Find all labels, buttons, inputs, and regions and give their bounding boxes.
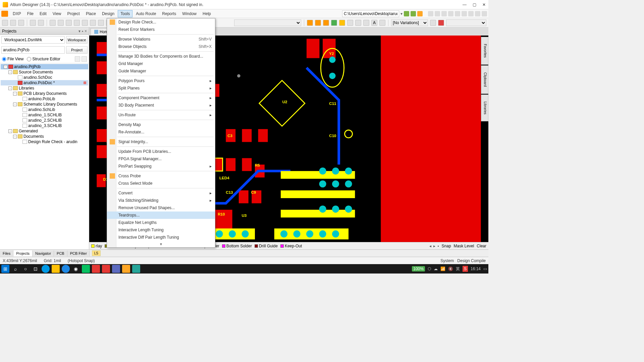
tree-node[interactable]: arudino_1.SCHLIB	[1, 112, 88, 118]
tree-node[interactable]: arudino_3.SCHLIB	[1, 123, 88, 128]
menu-item-signal-integrity[interactable]: Signal Integrity...	[107, 138, 215, 145]
menu-item-grid-manager[interactable]: Grid Manager	[107, 60, 215, 67]
app-blue-icon[interactable]	[112, 265, 120, 273]
menu-item-guide-manager[interactable]: Guide Manager	[107, 67, 215, 75]
extra-combo[interactable]	[446, 19, 486, 26]
view-icon-b[interactable]	[82, 56, 87, 62]
menu-item-browse-violations[interactable]: Browse ViolationsShift+V	[107, 36, 215, 43]
tb-d-icon[interactable]	[98, 20, 104, 26]
tree-node[interactable]: -PCB Library Documents	[1, 91, 88, 96]
taskview-icon[interactable]: ⊡	[32, 265, 40, 273]
tree-node[interactable]: -Generated	[1, 128, 88, 134]
tool-e-icon[interactable]	[455, 11, 460, 16]
workspace-button[interactable]: Workspace	[66, 36, 88, 44]
tb-dim-icon[interactable]	[379, 20, 385, 26]
menu-item-density-map[interactable]: Density Map	[107, 121, 215, 128]
menu-item-remove-unused-pad-shapes[interactable]: Remove Unused Pad Shapes...	[107, 204, 215, 212]
sogou-icon[interactable]: S	[463, 266, 468, 272]
tb-print-icon[interactable]	[30, 20, 36, 26]
layer-tab[interactable]: rlay	[91, 244, 102, 248]
maximize-button[interactable]: ▢	[473, 2, 476, 7]
menu-item-teardrops[interactable]: Teardrops...	[107, 212, 215, 219]
altium-task-icon[interactable]	[132, 265, 140, 273]
menu-item-manage-3d-bodies-for-components-on-board[interactable]: Manage 3D Bodies for Components on Board…	[107, 53, 215, 60]
menu-item-cross-probe[interactable]: Cross Probe	[107, 172, 215, 180]
layer-tab[interactable]: Bottom Solder	[222, 244, 252, 248]
folder-icon[interactable]	[122, 265, 130, 273]
panel-opt-icon[interactable]: ▪	[82, 29, 83, 34]
menu-item-component-placement[interactable]: Component Placement▸	[107, 94, 215, 102]
libraries-tab[interactable]: Libraries	[481, 95, 488, 121]
layer-tab[interactable]: Drill Guide	[255, 244, 278, 248]
tree-node[interactable]: -Schematic Library Documents	[1, 102, 88, 107]
tray-b-icon[interactable]: ☁	[434, 266, 438, 271]
layer-tab[interactable]: Mask Level	[454, 244, 474, 248]
tb-b-icon[interactable]	[82, 20, 88, 26]
menu-item-convert[interactable]: Convert▸	[107, 189, 215, 197]
menu-item-reset-error-markers[interactable]: Reset Error Markers	[107, 26, 215, 33]
project-field[interactable]	[1, 46, 65, 54]
menu-view[interactable]: View	[50, 10, 64, 17]
chrome-icon[interactable]: ◉	[72, 265, 80, 273]
skype-icon[interactable]	[42, 265, 50, 273]
favorites-tab[interactable]: Favorites	[481, 37, 488, 65]
layer-tab[interactable]: Snap	[442, 244, 451, 248]
tb-preview-icon[interactable]	[38, 20, 44, 26]
nav-back-icon[interactable]	[404, 11, 409, 16]
menu-reports[interactable]: Reports	[159, 10, 179, 17]
menu-design[interactable]: Design	[99, 10, 117, 17]
tb-select-icon[interactable]	[66, 20, 72, 26]
tree-node[interactable]: arudino.SchDoc	[1, 75, 88, 80]
tb-route3-icon[interactable]	[323, 20, 329, 26]
tool-h-icon[interactable]	[475, 11, 480, 16]
tb-new-icon[interactable]	[2, 20, 8, 26]
tree-node[interactable]: arduino.PcbLib	[1, 96, 88, 102]
menu-item-design-rule-check[interactable]: Design Rule Check...	[107, 18, 215, 26]
search-icon[interactable]: ⌕	[11, 265, 19, 273]
menu-help[interactable]: Help	[200, 10, 214, 17]
layer-tab[interactable]: Keep-Out	[280, 244, 302, 248]
tray-a-icon[interactable]: ⬡	[428, 266, 431, 271]
file-view-radio[interactable]: File View	[2, 57, 23, 61]
wifi-icon[interactable]: 📶	[440, 266, 445, 271]
tb-save-icon[interactable]	[18, 20, 24, 26]
tree-node[interactable]: -Libraries	[1, 85, 88, 91]
layer-tab[interactable]: Clear	[477, 244, 486, 248]
menu-item-interactive-diff-pair-length-tuning[interactable]: Interactive Diff Pair Length Tuning	[107, 234, 215, 241]
menu-item-split-planes[interactable]: Split Planes▸	[107, 84, 215, 92]
tool-d-icon[interactable]	[448, 11, 453, 16]
menu-tools[interactable]: Tools	[118, 10, 132, 17]
menu-edit[interactable]: Edit	[37, 10, 49, 17]
tree-node[interactable]: -arudino.PrjPcb	[1, 64, 88, 69]
tb-zoom-icon[interactable]	[50, 20, 56, 26]
tb-via-icon[interactable]	[331, 20, 337, 26]
project-tree[interactable]: -arudino.PrjPcb-Source Documentsarudino.…	[0, 63, 89, 249]
menu-item-3d-body-placement[interactable]: 3D Body Placement▸	[107, 102, 215, 109]
menu-item-fpga-signal-manager[interactable]: FPGA Signal Manager...	[107, 155, 215, 163]
tb-var-del-icon[interactable]	[438, 20, 444, 26]
tb-route2-icon[interactable]	[315, 20, 321, 26]
menu-place[interactable]: Place	[83, 10, 99, 17]
status-design-compiler[interactable]: Design Compile	[457, 258, 486, 263]
menu-dxp[interactable]: DXP	[10, 10, 24, 17]
start-button[interactable]: ⊞	[1, 265, 9, 273]
tree-node[interactable]: arudino.PcbDoc *	[1, 80, 88, 85]
tb-route-icon[interactable]	[307, 20, 313, 26]
menu-item-equalize-net-lengths[interactable]: Equalize Net Lengths	[107, 219, 215, 226]
tool-c-icon[interactable]	[441, 11, 447, 16]
tb-pad-icon[interactable]	[339, 20, 345, 26]
menu-item-un-route[interactable]: Un-Route▸	[107, 111, 215, 119]
tool-a-icon[interactable]	[428, 11, 433, 16]
menu-item-cross-select-mode[interactable]: Cross Select Mode	[107, 180, 215, 187]
ime-icon[interactable]: 英	[456, 266, 460, 272]
tb-c-icon[interactable]	[90, 20, 96, 26]
structure-editor-radio[interactable]: Structure Editor	[27, 57, 60, 61]
bottom-tab-projects[interactable]: Projects	[13, 250, 33, 256]
menu-item-polygon-pours[interactable]: Polygon Pours▸	[107, 77, 215, 84]
tb-arc-icon[interactable]	[347, 20, 353, 26]
tree-node[interactable]: -Source Documents	[1, 69, 88, 75]
variations-combo[interactable]: [No Variations]	[391, 19, 428, 26]
wechat-icon[interactable]	[82, 265, 90, 273]
menu-expand-icon[interactable]: ▼	[107, 241, 215, 247]
tool-b-icon[interactable]	[435, 11, 440, 16]
